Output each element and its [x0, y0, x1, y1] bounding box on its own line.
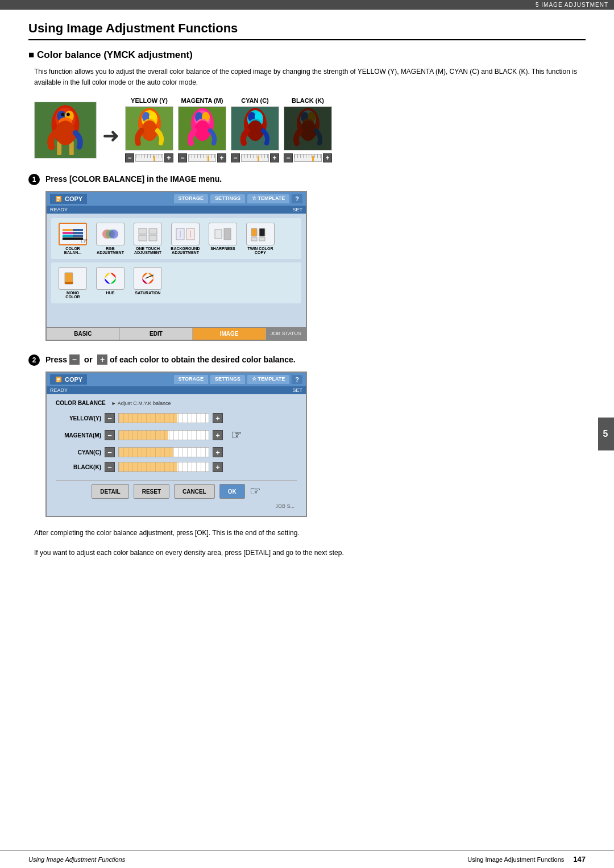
side-tab: 5	[598, 418, 614, 450]
step1-hue-icon-item[interactable]: HUE	[93, 267, 127, 299]
step1-saturation-label: SATURATION	[135, 291, 161, 295]
copy-icon	[55, 195, 63, 203]
svg-point-63	[108, 276, 113, 281]
section-heading: Color balance (YMCK adjustment)	[28, 49, 586, 61]
step1-topbar: COPY STORAGE SETTINGS ☆ TEMPLATE ?	[47, 192, 306, 206]
black-slider[interactable]: − +	[284, 153, 332, 162]
step1-onetouch-icon	[134, 223, 162, 245]
step2-black-row: BLACK(K) − +	[56, 462, 297, 472]
step1-status-text: READY	[50, 207, 68, 212]
step1-tab-template[interactable]: ☆ TEMPLATE	[247, 194, 289, 203]
step1-tab-settings[interactable]: SETTINGS	[210, 194, 245, 203]
step2-minus-symbol: −	[69, 354, 80, 365]
step2-cb-buttons: DETAIL RESET CANCEL OK ☞	[56, 480, 297, 502]
magenta-slider[interactable]: − +	[178, 153, 226, 162]
original-image	[34, 102, 97, 158]
step2-magenta-minus[interactable]: −	[105, 430, 115, 440]
cyan-plus-btn[interactable]: +	[270, 153, 279, 162]
step2-black-track	[118, 462, 209, 472]
page-title: Using Image Adjustment Functions	[28, 21, 586, 40]
svg-rect-69	[57, 379, 60, 381]
reset-button[interactable]: RESET	[134, 484, 169, 499]
step2-cyan-plus[interactable]: +	[213, 447, 223, 457]
step2-cb-titlebar: COLOR BALANCE ► Adjust C.M.Y.K balance	[56, 400, 297, 406]
svg-rect-40	[57, 197, 60, 198]
step1-label: Press [COLOR BALANCE] in the IMAGE menu.	[45, 174, 222, 183]
step2-tab-template[interactable]: ☆ TEMPLATE	[247, 375, 289, 384]
step1-twin-icon	[246, 223, 275, 245]
step1-tab-help[interactable]: ?	[292, 194, 302, 203]
svg-rect-55	[224, 228, 231, 240]
step2-yellow-track	[118, 413, 209, 423]
step2-status-bar: READY SET	[47, 386, 306, 394]
cyan-slider[interactable]: − +	[231, 153, 279, 162]
yellow-slider[interactable]: − +	[125, 153, 173, 162]
step1-icon-grid-1: ☞ COLORBALAN... RGBADJ	[51, 218, 301, 259]
svg-point-45	[109, 229, 118, 239]
step1-container: 1 Press [COLOR BALANCE] in the IMAGE men…	[28, 174, 586, 341]
magenta-plus-btn[interactable]: +	[217, 153, 226, 162]
cancel-button[interactable]: CANCEL	[174, 484, 215, 499]
step1-icon-grid-2: MONOCOLOR	[51, 262, 301, 303]
black-plus-btn[interactable]: +	[323, 153, 332, 162]
ok-button[interactable]: OK	[219, 484, 245, 499]
step2-tab-storage[interactable]: STORAGE	[174, 375, 208, 384]
step2-screen: COPY STORAGE SETTINGS ☆ TEMPLATE ? READY…	[45, 372, 307, 517]
step1-bg-icon	[171, 223, 200, 245]
black-minus-btn[interactable]: −	[284, 153, 293, 162]
step2-number: 2	[28, 354, 40, 366]
svg-rect-49	[149, 235, 157, 241]
step1-rgb-icon-item[interactable]: RGBADJUSTMENT	[93, 223, 127, 254]
section-description: This function allows you to adjust the o…	[34, 66, 586, 88]
step1-tab-storage[interactable]: STORAGE	[174, 194, 208, 203]
step2-tabs: STORAGE SETTINGS ☆ TEMPLATE ?	[90, 375, 302, 384]
step1-basic-tab[interactable]: BASIC	[47, 328, 120, 340]
step2-status-text: READY	[50, 387, 68, 393]
step2-cb-title: COLOR BALANCE	[56, 400, 106, 406]
svg-rect-46	[139, 228, 147, 234]
step2-cyan-label: CYAN(C)	[56, 449, 101, 456]
step2-yellow-plus[interactable]: +	[213, 413, 223, 423]
step1-bg-label: BACKGROUNDADJUSTMENT	[171, 247, 200, 254]
step1-twin-label: TWIN COLORCOPY	[247, 247, 273, 254]
step2-black-minus[interactable]: −	[105, 462, 115, 472]
step2-tab-settings[interactable]: SETTINGS	[210, 375, 245, 384]
step2-job-status: JOB S...	[56, 502, 297, 510]
step1-image-tab[interactable]: IMAGE	[193, 328, 266, 340]
top-bar-label: 5 IMAGE ADJUSTMENT	[536, 2, 608, 8]
step2-heading: 2 Press − or + of each color to obtain t…	[28, 354, 586, 366]
step1-twin-icon-item[interactable]: TWIN COLORCOPY	[243, 223, 277, 254]
step2-container: 2 Press − or + of each color to obtain t…	[28, 354, 586, 558]
detail-button[interactable]: DETAIL	[92, 484, 128, 499]
step1-screen: COPY STORAGE SETTINGS ☆ TEMPLATE ? READY…	[45, 191, 307, 341]
step1-hue-icon	[96, 267, 125, 290]
step2-tab-help[interactable]: ?	[292, 375, 302, 384]
step1-number: 1	[28, 174, 40, 185]
step2-yellow-minus[interactable]: −	[105, 413, 115, 423]
yellow-plus-btn[interactable]: +	[164, 153, 173, 162]
step2-magenta-plus[interactable]: +	[213, 430, 223, 440]
step1-saturation-icon-item[interactable]: SATURATION	[131, 267, 165, 299]
step1-onetouch-icon-item[interactable]: ONE TOUCHADJUSTMENT	[131, 223, 165, 254]
step1-job-status[interactable]: JOB STATUS	[266, 328, 306, 340]
step2-cb-inner: COLOR BALANCE ► Adjust C.M.Y.K balance Y…	[47, 394, 306, 516]
color-balance-demo: ➜ YELLOW (Y)	[34, 97, 586, 162]
step2-black-plus[interactable]: +	[213, 462, 223, 472]
magenta-minus-btn[interactable]: −	[178, 153, 187, 162]
step1-onetouch-label: ONE TOUCHADJUSTMENT	[134, 247, 161, 254]
footer-right: Using Image Adjustment Functions 147	[467, 855, 586, 863]
step2-label-before: Press	[45, 355, 69, 364]
svg-rect-57	[259, 228, 265, 236]
cyan-track	[241, 154, 269, 162]
step1-bg-icon-item[interactable]: BACKGROUNDADJUSTMENT	[168, 223, 202, 254]
yellow-minus-btn[interactable]: −	[125, 153, 134, 162]
black-label: BLACK (K)	[292, 97, 324, 104]
step2-cyan-minus[interactable]: −	[105, 447, 115, 457]
step1-color-balance-icon-item[interactable]: ☞ COLORBALAN...	[56, 223, 90, 254]
step1-edit-tab[interactable]: EDIT	[120, 328, 193, 340]
step1-sharpness-icon-item[interactable]: SHARPNESS	[206, 223, 240, 254]
yellow-demo: YELLOW (Y) −	[125, 97, 173, 162]
step1-mono-icon-item[interactable]: MONOCOLOR	[56, 267, 90, 299]
step2-title-text: COPY	[65, 376, 82, 383]
cyan-minus-btn[interactable]: −	[231, 153, 240, 162]
